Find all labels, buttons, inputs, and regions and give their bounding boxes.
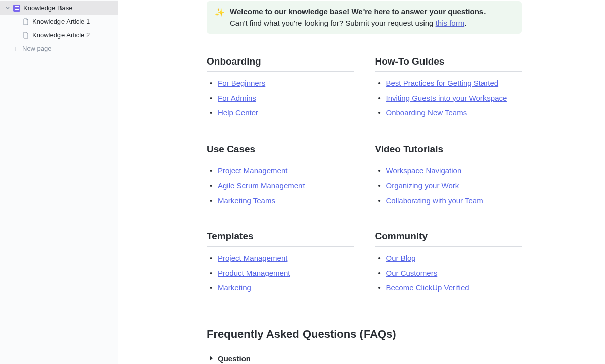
list-item: Our Customers bbox=[375, 268, 522, 279]
list-item: Become ClickUp Verified bbox=[375, 282, 522, 294]
link-our-blog[interactable]: Our Blog bbox=[386, 254, 416, 262]
link-agile-scrum[interactable]: Agile Scrum Management bbox=[218, 181, 305, 190]
faq-question: Question bbox=[218, 354, 251, 363]
list-item: Collaborating with your Team bbox=[375, 195, 522, 207]
sidebar-item-label: Knowledge Base bbox=[23, 4, 73, 12]
sidebar-item-article-1[interactable]: Knowledge Article 1 bbox=[0, 15, 118, 28]
list-item: Product Management bbox=[207, 268, 354, 279]
section-title: Video Tutorials bbox=[375, 144, 522, 159]
link-collaborating[interactable]: Collaborating with your Team bbox=[386, 196, 483, 205]
section-title: Use Cases bbox=[207, 144, 354, 159]
section-use-cases: Use Cases Project Management Agile Scrum… bbox=[207, 144, 354, 210]
link-help-center[interactable]: Help Center bbox=[218, 108, 258, 117]
list-item: Agile Scrum Management bbox=[207, 180, 354, 192]
list-item: Help Center bbox=[207, 107, 354, 119]
link-list: Best Practices for Getting Started Invit… bbox=[375, 78, 522, 119]
plus-icon: + bbox=[12, 45, 19, 52]
section-title: Community bbox=[375, 231, 522, 247]
section-how-to-guides: How-To Guides Best Practices for Getting… bbox=[375, 56, 522, 123]
link-for-admins[interactable]: For Admins bbox=[218, 94, 256, 102]
sidebar: Knowledge Base Knowledge Article 1 Knowl… bbox=[0, 0, 118, 364]
link-tpl-marketing[interactable]: Marketing bbox=[218, 283, 251, 292]
sidebar-new-page[interactable]: + New page bbox=[0, 42, 118, 55]
list-item: Workspace Navigation bbox=[375, 165, 522, 177]
sidebar-item-article-2[interactable]: Knowledge Article 2 bbox=[0, 28, 118, 42]
faq-section: Frequently Asked Questions (FAQs) Questi… bbox=[207, 328, 522, 365]
link-list: Project Management Agile Scrum Managemen… bbox=[207, 165, 354, 207]
link-project-management[interactable]: Project Management bbox=[218, 166, 287, 175]
chevron-down-icon[interactable] bbox=[5, 6, 10, 11]
sidebar-item-label: Knowledge Article 2 bbox=[32, 31, 90, 39]
link-for-beginners[interactable]: For Beginners bbox=[218, 79, 265, 87]
link-inviting-guests[interactable]: Inviting Guests into your Workspace bbox=[386, 94, 507, 102]
list-item: Project Management bbox=[207, 253, 354, 264]
link-workspace-navigation[interactable]: Workspace Navigation bbox=[386, 166, 462, 175]
link-our-customers[interactable]: Our Customers bbox=[386, 269, 438, 277]
list-item: For Admins bbox=[207, 93, 354, 104]
section-templates: Templates Project Management Product Man… bbox=[207, 231, 354, 297]
link-list: Our Blog Our Customers Become ClickUp Ve… bbox=[375, 253, 522, 294]
list-item: Inviting Guests into your Workspace bbox=[375, 93, 522, 104]
link-best-practices[interactable]: Best Practices for Getting Started bbox=[386, 79, 499, 87]
callout-line2-part1: Can't find what you're looking for? Subm… bbox=[230, 19, 436, 27]
list-item: Project Management bbox=[207, 165, 354, 177]
callout-form-link[interactable]: this form bbox=[436, 19, 465, 27]
welcome-callout: ✨ Welcome to our knowledge base! We're h… bbox=[207, 1, 522, 34]
chevron-right-icon bbox=[210, 356, 213, 361]
link-onboarding-teams[interactable]: Onboarding New Teams bbox=[386, 108, 467, 117]
callout-bold: Welcome to our knowledge base! We're her… bbox=[230, 7, 486, 16]
sidebar-item-label: New page bbox=[22, 45, 52, 52]
list-item: Our Blog bbox=[375, 253, 522, 264]
link-list: Workspace Navigation Organizing your Wor… bbox=[375, 165, 522, 207]
link-clickup-verified[interactable]: Become ClickUp Verified bbox=[386, 283, 469, 292]
knowledge-base-icon bbox=[13, 5, 20, 12]
sidebar-item-knowledge-base[interactable]: Knowledge Base bbox=[0, 1, 118, 15]
document-icon bbox=[22, 18, 29, 25]
callout-text: Welcome to our knowledge base! We're her… bbox=[230, 6, 486, 29]
section-title: Onboarding bbox=[207, 56, 354, 72]
link-tpl-project-management[interactable]: Project Management bbox=[218, 254, 287, 262]
link-list: For Beginners For Admins Help Center bbox=[207, 78, 354, 119]
link-tpl-product-management[interactable]: Product Management bbox=[218, 269, 290, 277]
document-icon bbox=[22, 32, 29, 39]
section-title: How-To Guides bbox=[375, 56, 522, 72]
link-marketing-teams[interactable]: Marketing Teams bbox=[218, 196, 275, 205]
link-organizing-work[interactable]: Organizing your Work bbox=[386, 181, 459, 190]
section-title: Templates bbox=[207, 231, 354, 247]
list-item: Marketing Teams bbox=[207, 195, 354, 207]
sections-grid: Onboarding For Beginners For Admins Help… bbox=[207, 56, 522, 297]
list-item: Onboarding New Teams bbox=[375, 107, 522, 119]
list-item: Organizing your Work bbox=[375, 180, 522, 192]
section-community: Community Our Blog Our Customers Become … bbox=[375, 231, 522, 297]
sparkles-icon: ✨ bbox=[215, 7, 225, 29]
link-list: Project Management Product Management Ma… bbox=[207, 253, 354, 294]
main-content: ✨ Welcome to our knowledge base! We're h… bbox=[118, 0, 605, 364]
sidebar-item-label: Knowledge Article 1 bbox=[32, 18, 90, 25]
section-video-tutorials: Video Tutorials Workspace Navigation Org… bbox=[375, 144, 522, 210]
section-onboarding: Onboarding For Beginners For Admins Help… bbox=[207, 56, 354, 123]
faq-item[interactable]: Question bbox=[207, 352, 522, 365]
callout-line2-part2: . bbox=[464, 19, 466, 27]
list-item: For Beginners bbox=[207, 78, 354, 89]
faq-title: Frequently Asked Questions (FAQs) bbox=[207, 328, 522, 346]
list-item: Marketing bbox=[207, 282, 354, 294]
list-item: Best Practices for Getting Started bbox=[375, 78, 522, 89]
